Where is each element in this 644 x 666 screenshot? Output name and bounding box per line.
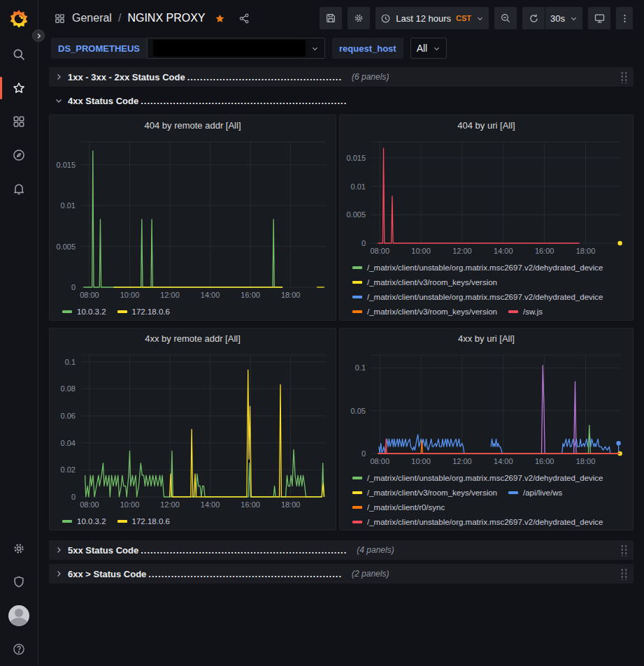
sidebar-item-profile[interactable]	[0, 599, 38, 632]
datasource-variable-label[interactable]: DS_PROMETHEUS	[51, 38, 147, 59]
legend-item[interactable]: /_matrix/client/unstable/org.matrix.msc2…	[352, 474, 603, 482]
legend-item[interactable]: /_matrix/client/r0/sync	[352, 503, 445, 512]
row-6xx[interactable]: 6xx > Status Code ......................…	[49, 564, 634, 584]
gear-icon	[353, 13, 364, 24]
zoom-out-button[interactable]	[494, 7, 517, 29]
legend-row: /_matrix/client/unstable/org.matrix.msc2…	[352, 289, 627, 304]
row-1xx-3xx-2xx[interactable]: 1xx - 3xx - 2xx Status Code ............…	[49, 67, 634, 87]
chart-404-by-uri[interactable]: 00.0050.010.01508:0010:0012:0014:0016:00…	[345, 136, 627, 256]
legend-item[interactable]: /_matrix/client/v3/room_keys/version	[352, 278, 497, 287]
timezone-label: CST	[456, 14, 471, 22]
x-tick-label: 12:00	[452, 247, 472, 255]
panel-title[interactable]: 4xx by uri [All]	[345, 333, 627, 347]
favorite-star-icon[interactable]	[215, 13, 225, 24]
legend-item[interactable]: /_matrix/client/v3/room_keys/version	[352, 488, 497, 497]
legend-item[interactable]: 172.18.0.6	[117, 517, 170, 526]
legend-label: 172.18.0.6	[132, 517, 170, 526]
legend-item[interactable]: 10.0.3.2	[62, 307, 106, 316]
row-title: 4xx Status Code	[68, 96, 138, 106]
x-tick-label: 18:00	[576, 457, 596, 465]
refresh-interval-dropdown[interactable]: 30s	[545, 7, 582, 29]
star-icon	[12, 81, 26, 95]
more-options-button[interactable]	[616, 7, 633, 29]
redacted-datasource-value	[153, 40, 306, 57]
legend-item[interactable]: /_matrix/client/unstable/org.matrix.msc2…	[352, 518, 603, 526]
sidebar-item-help[interactable]	[0, 632, 38, 666]
legend-item[interactable]: /_matrix/client/unstable/org.matrix.msc2…	[352, 293, 603, 301]
series-point	[616, 441, 620, 445]
sidebar-item-starred[interactable]	[0, 71, 38, 105]
chevron-right-icon	[55, 570, 63, 578]
sidebar-expand-button[interactable]	[32, 29, 45, 42]
breadcrumb-folder[interactable]: General	[72, 12, 112, 24]
panel-title[interactable]: 404 by remote addr [All]	[55, 120, 330, 134]
chevron-down-icon	[311, 45, 319, 52]
legend-item[interactable]: /sw.js	[508, 307, 543, 316]
kebab-menu-icon	[620, 13, 630, 24]
chart-4xx-by-remote-addr[interactable]: 00.020.040.060.080.108:0010:0012:0014:00…	[55, 349, 331, 510]
sidebar-item-explore[interactable]	[0, 138, 38, 172]
panel-title[interactable]: 404 by uri [All]	[345, 120, 627, 134]
legend-label: 10.0.3.2	[77, 517, 106, 526]
refresh-interval-label: 30s	[550, 13, 565, 24]
breadcrumb-separator: /	[118, 12, 121, 24]
clock-icon	[380, 13, 391, 24]
legend-item[interactable]: 172.18.0.6	[117, 307, 170, 316]
series-line	[491, 439, 502, 454]
row-5xx[interactable]: 5xx Status Code ........................…	[49, 540, 634, 560]
legend-row: /_matrix/client/v3/room_keys/version	[352, 275, 627, 289]
row-drag-handle[interactable]	[620, 544, 628, 556]
zoom-out-icon	[500, 13, 511, 24]
legend-label: /sw.js	[523, 307, 543, 316]
legend-item[interactable]: /_matrix/client/unstable/org.matrix.msc2…	[352, 263, 603, 272]
request-host-select[interactable]: All	[410, 38, 448, 59]
row-panel-count: (2 panels)	[352, 569, 389, 579]
legend-label: 172.18.0.6	[132, 307, 170, 316]
row-title-dots: ........................................…	[141, 96, 347, 106]
chart-404-by-remote-addr[interactable]: 00.0050.010.01508:0010:0012:0014:0016:00…	[55, 136, 331, 301]
x-tick-label: 16:00	[241, 500, 260, 509]
row-4xx[interactable]: 4xx Status Code ........................…	[49, 91, 634, 110]
dashboard-title[interactable]: NGINX PROXY	[127, 12, 205, 24]
row-drag-handle[interactable]	[620, 71, 628, 83]
series-line	[85, 449, 324, 497]
refresh-button[interactable]	[522, 7, 545, 29]
y-tick-label: 0.04	[61, 439, 76, 447]
y-tick-label: 0.01	[351, 182, 366, 191]
request-host-value: All	[417, 43, 428, 54]
y-tick-label: 0.01	[61, 201, 76, 210]
x-tick-label: 10:00	[411, 247, 431, 255]
legend-label: /api/live/ws	[523, 488, 562, 497]
y-tick-label: 0	[362, 449, 366, 458]
request-host-variable-label[interactable]: request_host	[332, 38, 403, 59]
legend-item[interactable]: 10.0.3.2	[62, 517, 106, 526]
time-range-picker[interactable]: Last 12 hours CST	[375, 7, 489, 29]
sidebar-item-search[interactable]	[0, 38, 38, 71]
legend-swatch	[352, 477, 362, 479]
legend-label: /_matrix/client/unstable/org.matrix.msc2…	[367, 263, 603, 272]
chart-4xx-by-uri[interactable]: 00.050.108:0010:0012:0014:0016:0018:00	[345, 349, 627, 467]
legend-item[interactable]: /_matrix/client/v3/room_keys/version	[352, 307, 497, 316]
chart-legend: /_matrix/client/unstable/org.matrix.msc2…	[345, 470, 627, 529]
share-icon[interactable]	[238, 13, 250, 24]
datasource-select[interactable]	[147, 38, 325, 59]
legend-swatch	[352, 310, 362, 313]
panel-title[interactable]: 4xx by remote addr [All]	[55, 333, 330, 347]
legend-row: /_matrix/client/r0/sync	[352, 500, 627, 514]
legend-item[interactable]: /api/live/ws	[508, 488, 562, 497]
cycle-view-mode-button[interactable]	[588, 7, 610, 29]
sidebar-item-configuration[interactable]	[0, 532, 38, 565]
legend-label: 10.0.3.2	[77, 307, 106, 316]
save-dashboard-button[interactable]	[320, 7, 342, 29]
y-tick-label: 0.08	[61, 384, 76, 393]
sidebar-item-alerting[interactable]	[0, 172, 38, 205]
legend-row: /_matrix/client/unstable/org.matrix.msc2…	[352, 260, 627, 275]
sidebar-item-server-admin[interactable]	[0, 565, 38, 599]
y-tick-label: 0	[71, 283, 76, 291]
dashboard-settings-button[interactable]	[348, 7, 370, 29]
shield-icon	[12, 575, 26, 589]
sidebar-item-dashboards[interactable]	[0, 105, 38, 138]
row-drag-handle[interactable]	[620, 568, 628, 580]
variables-submenu: DS_PROMETHEUS request_host All	[38, 36, 644, 63]
chevron-right-icon	[36, 33, 42, 39]
